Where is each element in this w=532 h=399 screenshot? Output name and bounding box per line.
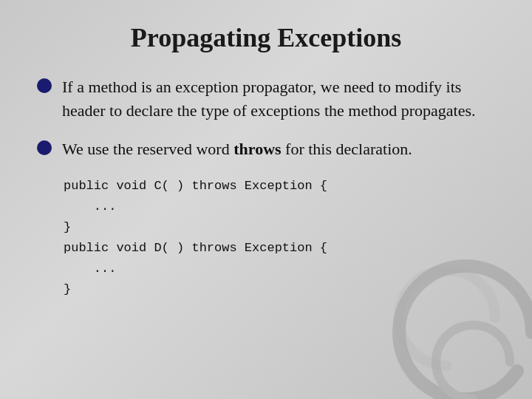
- bullet-text-1: If a method is an exception propagator, …: [62, 75, 495, 123]
- bullet-text-2: We use the reserved word throws for this…: [62, 137, 412, 161]
- code-line-2: ...: [64, 197, 495, 217]
- slide-title: Propagating Exceptions: [37, 22, 495, 53]
- throws-keyword: throws: [233, 140, 281, 158]
- code-line-1: public void C( ) throws Exception {: [64, 176, 495, 197]
- code-line-3: }: [64, 217, 495, 238]
- slide: Propagating Exceptions If a method is an…: [0, 0, 532, 399]
- bullet-item-2: We use the reserved word throws for this…: [37, 137, 495, 161]
- bullet-item-1: If a method is an exception propagator, …: [37, 75, 495, 123]
- decorative-swirl-small: [392, 259, 510, 377]
- bullet-icon-1: [37, 78, 52, 93]
- bullet-icon-2: [37, 140, 52, 155]
